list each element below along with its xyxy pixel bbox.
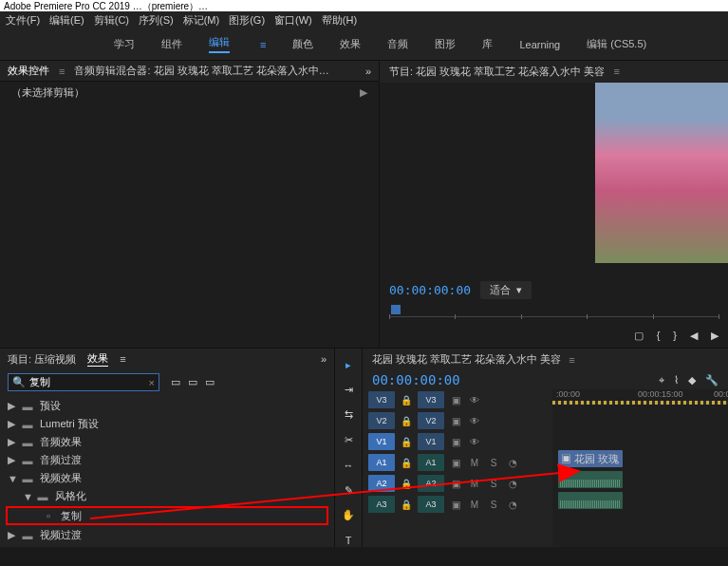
ws-graphics[interactable]: 图形 [435, 37, 456, 51]
audio-clip-2[interactable] [558, 492, 623, 509]
lock-icon[interactable]: 🔒 [399, 479, 414, 489]
menu-edit[interactable]: 编辑(E) [49, 13, 84, 27]
pen-tool-icon[interactable]: ✎ [340, 483, 357, 497]
track-source[interactable]: A2 [418, 475, 444, 492]
accel-badge-icon[interactable]: ▭ [171, 376, 180, 388]
menu-sequence[interactable]: 序列(S) [139, 13, 174, 27]
ripple-tool-icon[interactable]: ⇆ [340, 408, 357, 422]
track-header-v2[interactable]: V2 🔒 V2 ▣ 👁 [363, 410, 552, 431]
ws-edit-cs55[interactable]: 编辑 (CS5.5) [587, 37, 646, 51]
sequence-name[interactable]: 花园 玫瑰花 萃取工艺 花朵落入水中 美容 [372, 352, 561, 367]
razor-tool-icon[interactable]: ✂ [340, 433, 357, 446]
snap-icon[interactable]: ⌖ [659, 374, 664, 387]
panel-menu-icon[interactable]: ≡ [120, 353, 125, 365]
toggle-output-icon[interactable]: ▣ [448, 458, 463, 468]
menu-marker[interactable]: 标记(M) [183, 13, 220, 27]
panel-menu-icon[interactable]: ≡ [569, 354, 574, 366]
menu-graphics[interactable]: 图形(G) [229, 13, 265, 27]
tree-item-风格化[interactable]: ▼ ▬ 风格化 [0, 487, 334, 505]
yuv-badge-icon[interactable]: ▭ [205, 376, 215, 388]
panel-menu-icon[interactable]: ≡ [613, 66, 619, 77]
ws-color[interactable]: 颜色 [292, 37, 313, 51]
voice-icon[interactable]: ◔ [505, 500, 520, 510]
tree-item-Lumetri 预设[interactable]: ▶ ▬ Lumetri 预设 [0, 415, 334, 433]
tree-item-音频过渡[interactable]: ▶ ▬ 音频过渡 [0, 451, 334, 469]
ws-edit[interactable]: 编辑 [209, 35, 230, 53]
program-monitor[interactable] [595, 83, 728, 263]
tree-item-预设[interactable]: ▶ ▬ 预设 [0, 397, 334, 415]
lock-icon[interactable]: 🔒 [399, 458, 414, 468]
panel-menu-icon[interactable]: ≡ [59, 66, 65, 77]
mark-in-icon[interactable]: { [657, 330, 661, 342]
track-header-a2[interactable]: A2 🔒 A2 ▣ MS◔ [363, 473, 552, 494]
ws-menu-icon[interactable]: ≡ [260, 39, 266, 50]
track-header-a3[interactable]: A3 🔒 A3 ▣ MS◔ [363, 494, 552, 515]
track-source[interactable]: V3 [418, 391, 444, 408]
playhead-icon[interactable] [391, 305, 401, 314]
ws-learning[interactable]: Learning [519, 39, 560, 50]
ws-effects[interactable]: 效果 [340, 37, 361, 51]
track-tag[interactable]: V1 [368, 433, 395, 450]
marker-icon[interactable]: ◆ [688, 374, 696, 387]
toggle-output-icon[interactable]: ▣ [448, 437, 463, 447]
track-area[interactable]: :00:00 00:00:15:00 00:00:30:00 ▣ 花园 玫瑰 [552, 389, 728, 547]
menu-file[interactable]: 文件(F) [6, 13, 40, 27]
menu-help[interactable]: 帮助(H) [322, 13, 357, 27]
toggle-output-icon[interactable]: ▣ [448, 416, 463, 426]
lock-icon[interactable]: 🔒 [399, 437, 414, 447]
linked-selection-icon[interactable]: ⌇ [674, 374, 679, 387]
hand-tool-icon[interactable]: ✋ [340, 508, 357, 521]
track-tag[interactable]: A3 [368, 496, 395, 513]
track-source[interactable]: V1 [418, 433, 444, 450]
caret-icon[interactable]: ▶ [360, 86, 367, 99]
solo-icon[interactable]: S [486, 500, 501, 510]
ws-audio[interactable]: 音频 [387, 37, 408, 51]
ws-libraries[interactable]: 库 [482, 37, 493, 51]
selection-tool-icon[interactable]: ▸ [340, 358, 357, 371]
settings-icon[interactable]: 🔧 [705, 374, 719, 387]
toggle-output-icon[interactable]: ▣ [448, 479, 463, 489]
step-back-icon[interactable]: ◀ [690, 330, 698, 342]
track-source[interactable]: A3 [418, 496, 444, 513]
tree-item-视频效果[interactable]: ▼ ▬ 视频效果 [0, 469, 334, 487]
program-ruler[interactable] [389, 305, 719, 324]
tree-item-音频效果[interactable]: ▶ ▬ 音频效果 [0, 433, 334, 451]
tab-effects[interactable]: 效果 [87, 351, 108, 367]
eye-icon[interactable]: 👁 [467, 437, 482, 447]
type-tool-icon[interactable]: T [340, 534, 357, 547]
mute-icon[interactable]: M [467, 458, 482, 468]
track-tag[interactable]: V3 [368, 391, 395, 408]
solo-icon[interactable]: S [486, 479, 501, 489]
mark-out-icon[interactable]: } [673, 330, 677, 342]
slip-tool-icon[interactable]: ↔ [340, 459, 357, 472]
voice-icon[interactable]: ◔ [505, 458, 520, 468]
program-timecode[interactable]: 00:00:00:00 [389, 283, 471, 297]
overflow-icon[interactable]: » [365, 66, 371, 77]
track-source[interactable]: A1 [418, 454, 444, 471]
solo-icon[interactable]: S [486, 458, 501, 468]
lock-icon[interactable]: 🔒 [399, 500, 414, 510]
tab-audio-mixer[interactable]: 音频剪辑混合器: 花园 玫瑰花 萃取工艺 花朵落入水中… [74, 64, 328, 78]
lock-icon[interactable]: 🔒 [399, 395, 414, 406]
ws-assembly[interactable]: 组件 [161, 37, 182, 51]
tree-item-视频过渡[interactable]: ▶ ▬ 视频过渡 [0, 526, 334, 544]
track-tag[interactable]: A1 [368, 454, 395, 471]
overflow-icon[interactable]: » [321, 353, 327, 365]
track-tag[interactable]: A2 [368, 475, 395, 492]
menu-window[interactable]: 窗口(W) [274, 13, 312, 27]
tab-effect-controls[interactable]: 效果控件 [8, 64, 49, 78]
timeline-timecode[interactable]: 00:00:00:00 [372, 372, 460, 387]
clear-search-icon[interactable]: × [149, 377, 155, 388]
track-select-tool-icon[interactable]: ⇥ [340, 383, 357, 396]
tree-item-复制[interactable]: ▫ 复制 [6, 506, 328, 525]
ws-learn[interactable]: 学习 [114, 37, 135, 51]
toggle-output-icon[interactable]: ▣ [448, 500, 463, 510]
effects-search[interactable]: 🔍 × [8, 373, 159, 391]
timeline-ruler[interactable]: :00:00 00:00:15:00 00:00:30:00 [552, 389, 728, 406]
audio-clip-1[interactable] [558, 471, 623, 488]
zoom-fit-select[interactable]: 适合 ▾ [480, 281, 532, 299]
menu-clip[interactable]: 剪辑(C) [94, 13, 129, 27]
mute-icon[interactable]: M [467, 479, 482, 489]
track-header-v3[interactable]: V3 🔒 V3 ▣ 👁 [363, 389, 552, 410]
export-frame-icon[interactable]: ▢ [634, 330, 644, 342]
